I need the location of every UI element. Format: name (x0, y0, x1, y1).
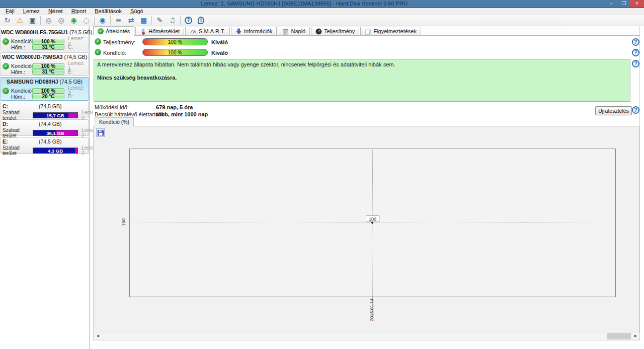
disk-name: SAMSUNG HD080HJ (7, 79, 58, 85)
condition-bar: 100 % (32, 63, 64, 69)
maximize-button[interactable]: ❐ (618, 0, 630, 8)
condition-label: Kondíció: (11, 38, 32, 44)
floppy-disk-icon (98, 130, 104, 136)
menu-report[interactable]: Riport (68, 8, 90, 15)
free-space-label: Szabad terület (3, 127, 33, 138)
chart-tab-condition[interactable]: Kondíció (%) (95, 117, 134, 126)
info-icon[interactable]: i (195, 15, 207, 25)
notepad-icon (282, 28, 289, 35)
titlebar: Lemez: 2, SAMSUNG HD080HJ [S08EJ1MA13885… (0, 0, 644, 8)
tab-temperature[interactable]: Hőmérséklet (135, 27, 184, 35)
power-on-time-label: Működési idő: (95, 104, 129, 110)
toolbar-separator (94, 16, 95, 25)
help-icon[interactable]: ? (632, 49, 639, 56)
retest-button[interactable]: Újratesztelés (595, 106, 632, 115)
temp-bar: 31 °C (32, 44, 64, 50)
menu-help[interactable]: Súgó (127, 8, 147, 15)
tab-overview[interactable]: ✓ Áttekintés (93, 26, 134, 36)
window-title: Lemez: 2, SAMSUNG HD080HJ [S08EJ1MA13885… (0, 1, 609, 7)
ok-check-icon: ✓ (3, 38, 9, 45)
chart-horizontal-scrollbar[interactable]: ◀ ▶ (94, 332, 639, 339)
partition-card-c[interactable]: C: (74,5 GB) Szabad terület 15,7 GB Leme… (1, 102, 89, 118)
detect-off-icon[interactable]: ◌ (80, 15, 93, 25)
menu-settings[interactable]: Beállítások (91, 8, 125, 15)
report-edit-icon[interactable]: ✎ (153, 15, 166, 25)
sync-icon[interactable]: ⇄ (125, 15, 137, 25)
disk-card-0[interactable]: WDC WD800HLFS-75G6U1 (74,5 GB) ✓ Kondíci… (1, 28, 89, 51)
screenshot-icon[interactable]: ▣ (26, 15, 39, 25)
tab-information[interactable]: Információk (231, 27, 277, 35)
partition-card-e[interactable]: E: (74,5 GB) Szabad terület 4,3 GB Lemez… (1, 137, 89, 154)
close-button[interactable]: × (630, 0, 644, 8)
minimize-button[interactable]: – (605, 0, 618, 8)
detect-disk-icon[interactable]: ◎ (42, 15, 55, 25)
disk-card-2-selected[interactable]: SAMSUNG HD080HJ (74,5 GB) ✓ Kondíció: 10… (1, 77, 89, 101)
free-space-bar: 4,3 GB (33, 148, 78, 154)
performance-bar: 100 % (142, 38, 208, 45)
arrow-down-icon (235, 28, 242, 35)
temp-bar: 20 °C (32, 94, 64, 99)
menu-view[interactable]: Nézet (45, 8, 66, 15)
menu-file[interactable]: Fájl (2, 8, 18, 15)
scroll-right-arrow[interactable]: ▶ (632, 332, 639, 340)
disk-size: (74,5 GB) (64, 54, 88, 60)
drive-letter: D: (64, 94, 88, 99)
disk-size: (74,5 GB) (60, 79, 83, 85)
toolbar: ↻ ⚠ ▣ ◎ ◎ ◉ ◌ ◉ ≡ ⇄ ▦ ✎ ♫ ? i (0, 15, 644, 26)
chart-crosshair-vertical (372, 149, 373, 319)
thermometer-icon (140, 28, 146, 35)
main-tabstrip: ✓ Áttekintés Hőmérséklet S.M.A.R.T. Info… (93, 26, 639, 36)
partition-drive: E: (3, 138, 39, 145)
tab-log[interactable]: Napló (278, 27, 310, 35)
drive-letter: E: (64, 69, 88, 75)
status-message-line1: A merevlemez állapota hibátlan. Nem talá… (97, 61, 627, 67)
ok-check-icon: ✓ (95, 49, 101, 55)
condition-label: Kondíció: (11, 88, 32, 94)
sound-icon[interactable]: ♫ (166, 15, 179, 25)
status-message-line2: Nincs szükség beavatkozásra. (97, 75, 627, 81)
help-icon[interactable]: ? (632, 38, 639, 46)
disk-card-1[interactable]: WDC WD800JD-75MSA3 (74,5 GB) ✓ Kondíció:… (1, 52, 89, 76)
detect-ok-icon[interactable]: ◉ (67, 15, 80, 25)
menu-disk[interactable]: Lemez (20, 8, 43, 15)
gauge-icon (190, 28, 197, 35)
dark-gauge-icon (315, 28, 322, 35)
ok-check-icon: ✓ (3, 88, 9, 94)
disk-name: WDC WD800HLFS-75G6U1 (1, 29, 68, 35)
disk-sidebar: WDC WD800HLFS-75G6U1 (74,5 GB) ✓ Kondíci… (0, 26, 90, 349)
tab-alerts[interactable]: Figyelmeztetések (360, 27, 421, 35)
free-space-bar: 36,1 GB (33, 130, 78, 136)
partition-card-d[interactable]: D: (74,4 GB) Szabad terület 36,1 GB Leme… (1, 119, 89, 136)
hard-disk-sentinel-window: Lemez: 2, SAMSUNG HD080HJ [S08EJ1MA13885… (0, 0, 644, 349)
toolbar-separator (180, 16, 181, 25)
toolbar-separator (151, 16, 152, 25)
data-point-marker (371, 222, 373, 224)
help-icon[interactable]: ? (632, 60, 639, 67)
power-on-time-value: 679 nap, 5 óra (156, 104, 193, 110)
chart-x-tick: 2016.01.14. (369, 295, 375, 323)
error-scan-icon[interactable]: ⚠ (14, 15, 26, 25)
network-disk-icon[interactable]: ◉ (96, 15, 109, 25)
help-icon[interactable]: ? (182, 15, 195, 25)
refresh-icon[interactable]: ↻ (1, 15, 14, 25)
drive-letter: C: (64, 44, 88, 50)
tab-performance[interactable]: Teljesítmény (311, 27, 359, 35)
check-circle-icon: ✓ (98, 28, 104, 34)
scrollbar-thumb[interactable] (607, 333, 631, 339)
help-icon[interactable]: ? (632, 106, 639, 114)
chart-y-tick: 100 (121, 216, 127, 229)
detect-removable-icon[interactable]: ◎ (55, 15, 67, 25)
toolbar-separator (110, 16, 111, 25)
main-panel: ✓ Áttekintés Hőmérséklet S.M.A.R.T. Info… (93, 26, 644, 349)
condition-bar: 100 % (32, 39, 64, 44)
partition-size: (74,5 GB) (39, 138, 88, 145)
save-chart-button[interactable] (96, 128, 105, 137)
scroll-left-arrow[interactable]: ◀ (94, 332, 102, 340)
data-point-tooltip: 100 (366, 216, 379, 222)
ok-check-icon: ✓ (3, 63, 9, 69)
tab-smart[interactable]: S.M.A.R.T. (185, 27, 230, 35)
remote-icon[interactable]: ▦ (137, 15, 150, 25)
report-list-icon[interactable]: ≡ (112, 15, 125, 25)
free-space-label: Szabad terület (3, 110, 33, 121)
lifetime-label: Becsült hátralévő élettartam: (95, 111, 165, 117)
